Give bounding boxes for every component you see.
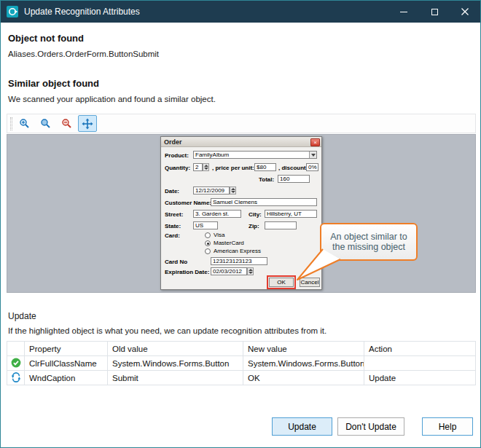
similar-object-heading: Similar object found [8, 78, 99, 89]
preview-expiration-label: Expiration Date: [165, 269, 209, 275]
toolbar-grip [10, 117, 12, 130]
zoom-100-button[interactable] [36, 115, 55, 132]
icon-column-header [7, 342, 25, 356]
preview-visa-radio-icon [205, 232, 211, 238]
preview-amex-radio-icon [205, 248, 211, 254]
preview-city-label: City: [249, 211, 262, 218]
table-row[interactable]: ClrFullClassName System.Windows.Forms.Bu… [7, 356, 476, 371]
object-preview-area[interactable]: Order × Product: FamilyAlbum Quantity: 2… [7, 134, 476, 293]
action-cell: Update [364, 371, 476, 385]
new-value-cell: OK [243, 371, 364, 385]
zoom-in-button[interactable] [15, 115, 34, 132]
preview-street-field: 3. Garden st. [193, 210, 241, 218]
similar-object-description: We scanned your application and found a … [8, 95, 216, 103]
new-value-cell: System.Windows.Forms.Button [243, 356, 364, 371]
preview-city-field: Hillsberry, UT [265, 210, 317, 218]
check-circle-icon [11, 358, 21, 368]
preview-customer-label: Customer Name: [165, 200, 211, 206]
preview-order-form-title: Order [161, 137, 321, 147]
zoom-100-icon [40, 118, 51, 129]
zoom-out-button[interactable] [57, 115, 76, 132]
attributes-table: Property Old value New value Action ClrF… [7, 341, 476, 385]
new-value-column-header: New value [243, 342, 364, 356]
attributes-table-header: Property Old value New value Action [7, 342, 476, 356]
preview-quantity-spinner-icon [203, 163, 209, 171]
minimize-icon [400, 12, 407, 12]
fit-to-screen-button[interactable] [78, 115, 97, 132]
update-description: If the highlighted object is what you ne… [8, 326, 326, 335]
preview-zip-field [265, 221, 297, 229]
preview-quantity-field: 2 [193, 163, 203, 171]
preview-expiration-field: 02/03/2012 [211, 267, 247, 275]
missing-object-path: Aliases.Orders.OrderForm.ButtonSubmit [8, 50, 159, 58]
app-icon [7, 6, 18, 17]
preview-cardno-field: 123123123123 [211, 257, 267, 265]
action-column-header: Action [364, 342, 476, 356]
old-value-column-header: Old value [108, 342, 243, 356]
preview-date-label: Date: [165, 188, 179, 194]
preview-toolbar [7, 114, 476, 133]
preview-expiration-spinner-icon [247, 267, 254, 275]
property-cell: ClrFullClassName [25, 356, 108, 371]
preview-order-form: Order × Product: FamilyAlbum Quantity: 2… [160, 136, 322, 290]
preview-product-combo: FamilyAlbum [193, 151, 317, 159]
preview-mastercard-option: MasterCard [214, 240, 244, 246]
preview-date-field: 12/12/2009 [193, 186, 230, 194]
close-button[interactable] [450, 1, 480, 23]
preview-total-label: Total: [259, 176, 274, 183]
preview-price-field: $80 [254, 163, 276, 171]
dont-update-button[interactable]: Don't Update [337, 417, 404, 436]
preview-discount-label: , discount: [278, 165, 308, 171]
table-row[interactable]: WndCaption Submit OK Update [7, 371, 476, 385]
preview-visa-option: Visa [214, 232, 224, 238]
preview-mastercard-radio-icon [205, 240, 211, 246]
window-title: Update Recognition Attributes [24, 7, 388, 17]
maximize-icon [431, 9, 438, 15]
preview-ok-button: OK [269, 278, 294, 287]
old-value-cell: Submit [108, 371, 243, 385]
preview-product-label: Product: [165, 152, 189, 159]
preview-date-spinner-icon [230, 186, 236, 194]
update-heading: Update [8, 311, 36, 321]
help-button[interactable]: Help [422, 417, 473, 436]
preview-total-field: 160 [278, 175, 310, 183]
preview-state-field: US [193, 221, 218, 229]
row-status-cell [7, 356, 25, 371]
preview-cancel-button: Cancel [300, 278, 320, 287]
preview-quantity-label: Quantity: [165, 165, 190, 171]
preview-price-label: , price per unit: [212, 165, 254, 171]
preview-amex-option: American Express [214, 248, 261, 254]
preview-discount-field: 0% [306, 163, 318, 171]
property-column-header: Property [25, 342, 108, 356]
preview-street-label: Street: [165, 211, 183, 218]
preview-customer-field: Samuel Clemens [211, 198, 317, 206]
update-button[interactable]: Update [272, 417, 332, 436]
preview-state-label: State: [165, 223, 181, 229]
preview-cardno-label: Card No [165, 259, 187, 265]
row-status-cell [7, 371, 25, 385]
refresh-icon [11, 372, 21, 382]
titlebar: Update Recognition Attributes [1, 1, 480, 23]
preview-zip-label: Zip: [249, 223, 259, 229]
minimize-button[interactable] [388, 1, 419, 23]
window-controls [388, 1, 480, 23]
action-cell [364, 356, 476, 371]
similar-object-callout: An object similar to the missing object [320, 223, 418, 261]
zoom-out-icon [61, 118, 72, 129]
update-recognition-attributes-dialog: Update Recognition Attributes Object not… [0, 0, 481, 448]
preview-product-combo-arrow-icon [309, 152, 316, 158]
preview-card-label: Card: [165, 232, 180, 239]
close-icon [461, 8, 469, 15]
zoom-in-icon [19, 118, 30, 129]
object-not-found-heading: Object not found [8, 33, 84, 44]
fit-to-screen-icon [82, 118, 93, 130]
maximize-button[interactable] [419, 1, 450, 23]
old-value-cell: System.Windows.Forms.Button [108, 356, 243, 371]
preview-order-form-close-icon: × [310, 138, 320, 146]
property-cell: WndCaption [25, 371, 108, 385]
